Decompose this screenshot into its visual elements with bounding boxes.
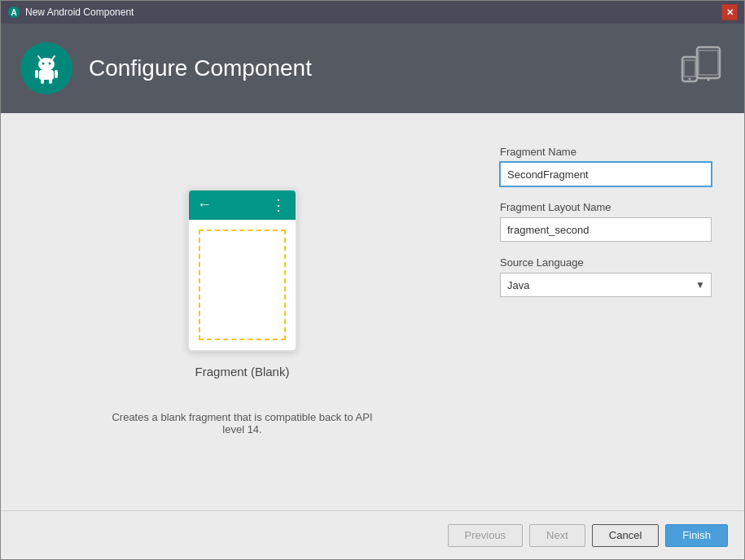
svg-rect-10	[55, 70, 58, 78]
source-language-select[interactable]: Java Kotlin	[500, 273, 712, 297]
source-language-label: Source Language	[500, 256, 712, 269]
fragment-name-group: Fragment Name	[500, 146, 712, 186]
source-language-select-wrapper: Java Kotlin ▼	[500, 273, 712, 297]
svg-line-5	[52, 56, 55, 59]
overflow-icon: ⋮	[271, 196, 287, 214]
android-logo-icon	[30, 52, 63, 85]
logo	[20, 42, 72, 94]
android-studio-icon: A	[7, 6, 20, 19]
source-language-group: Source Language Java Kotlin ▼	[500, 256, 712, 297]
finish-button[interactable]: Finish	[665, 524, 728, 547]
svg-point-7	[49, 63, 51, 65]
svg-line-4	[38, 56, 41, 59]
header: Configure Component	[1, 24, 744, 113]
svg-point-18	[689, 78, 691, 81]
preview-section: ← ⋮ Fragment (Blank) Creates a blank fra…	[33, 138, 451, 486]
title-bar: A New Android Component ✕	[1, 1, 744, 24]
previous-button[interactable]: Previous	[448, 524, 524, 547]
svg-rect-9	[35, 70, 38, 78]
fragment-type-label: Fragment (Blank)	[195, 365, 290, 378]
svg-rect-13	[697, 47, 720, 78]
svg-point-6	[42, 63, 45, 65]
svg-rect-14	[699, 50, 718, 75]
form-section: Fragment Name Fragment Layout Name Sourc…	[451, 138, 712, 486]
fragment-layout-name-input[interactable]	[500, 217, 712, 242]
cancel-button[interactable]: Cancel	[592, 524, 659, 547]
svg-rect-11	[41, 79, 44, 84]
back-icon: ←	[197, 196, 212, 213]
main-content: ← ⋮ Fragment (Blank) Creates a blank fra…	[1, 113, 744, 510]
header-title: Configure Component	[89, 55, 679, 81]
description-text: Creates a blank fragment that is compati…	[100, 411, 385, 435]
fragment-content-area	[199, 230, 286, 340]
phone-mockup: ← ⋮	[187, 189, 297, 352]
next-button[interactable]: Next	[529, 524, 585, 547]
phone-tablet-icon	[679, 44, 725, 90]
fragment-layout-name-label: Fragment Layout Name	[500, 201, 712, 213]
svg-rect-17	[684, 60, 695, 77]
fragment-name-input[interactable]	[500, 162, 712, 186]
footer: Previous Next Cancel Finish	[1, 510, 744, 559]
device-icon	[679, 44, 725, 93]
fragment-layout-name-group: Fragment Layout Name	[500, 201, 712, 242]
svg-rect-12	[49, 79, 52, 84]
close-button[interactable]: ✕	[721, 4, 738, 20]
svg-text:A: A	[11, 8, 16, 17]
phone-toolbar: ← ⋮	[189, 190, 296, 220]
fragment-name-label: Fragment Name	[500, 146, 712, 158]
svg-rect-8	[39, 70, 54, 80]
title-bar-text: New Android Component	[25, 7, 721, 18]
svg-point-15	[708, 79, 710, 81]
